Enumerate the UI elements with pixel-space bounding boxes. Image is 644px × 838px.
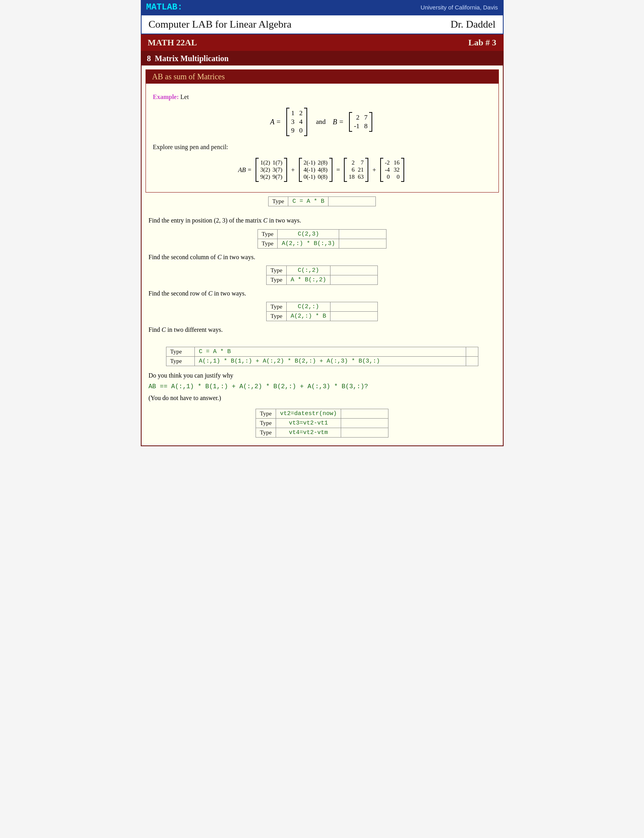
main-container: 8 Matrix Multiplication AB as sum of Mat… [141, 51, 504, 446]
final-table: Type vt2=datestr(now) Type vt3=vt2-vt1 T… [256, 409, 388, 438]
final-code-1: vt2=datestr(now) [276, 409, 341, 418]
entry-task-table-wrap: Type C(2,3) Type A(2,:) * B(:,3) [149, 229, 496, 249]
table-row: Type A(:,1) * B(1,:) + A(:,2) * B(2,:) +… [166, 357, 478, 366]
intro-text: Let [180, 94, 189, 100]
final-code-2: vt3=vt2-vt1 [276, 418, 341, 428]
table-row: Type C(2,:) [267, 302, 378, 311]
explore-text: Explore using pen and pencil: [153, 142, 491, 152]
header-white-bar: Computer LAB for Linear Algebra Dr. Dadd… [141, 15, 504, 34]
col-empty-2 [330, 275, 377, 284]
justify-section: Do you think you can justify why AB == A… [149, 370, 496, 403]
ab-formula: AB = 1(2)1(7) 3(2)3(7) 9(2)9(7) + [153, 158, 491, 182]
type-final-1: Type [256, 409, 276, 418]
type-row-2: Type [267, 311, 287, 321]
mat2: 2(-1)2(8) 4(-1)4(8) 0(-1)0(8) [299, 158, 332, 182]
below-table-content: Find the entry in position (2, 3) of the… [142, 210, 503, 445]
matrix-b-label: B = [333, 118, 344, 126]
type-entry-2: Type [258, 239, 278, 248]
lab-number: Lab # 3 [469, 37, 497, 48]
explore-label: Explore using pen and pencil: [153, 144, 228, 150]
equals1: = [336, 166, 340, 174]
inner-content-box: AB as sum of Matrices Example: Let A = 1… [146, 69, 499, 193]
matrix-b-cells: 27 -18 [353, 112, 368, 132]
course-code: MATH 22AL [148, 37, 197, 48]
row-code-2: A(2,:) * B [286, 311, 330, 321]
mat1: 1(2)1(7) 3(2)3(7) 9(2)9(7) [256, 158, 287, 182]
bracket-left-b [349, 112, 352, 132]
c-italic-2: C [217, 254, 222, 260]
c-equals-ab-section: Type C = A * B [142, 196, 503, 206]
table-row: Type C = A * B [268, 197, 376, 206]
type-col-2: Type [267, 275, 287, 284]
findc-code-1: C = A * B [195, 347, 466, 357]
bracket-right-b [369, 112, 372, 132]
table-row: Type A(2,:) * B(:,3) [258, 239, 386, 248]
section-number: 8 [147, 54, 151, 63]
plus1: + [291, 166, 295, 174]
entry-task-desc: Find the entry in position (2, 3) of the… [149, 215, 496, 226]
second-col-table-wrap: Type C(:,2) Type A * B(:,2) [149, 266, 496, 285]
find-c-table: Type C = A * B Type A(:,1) * B(1,:) + A(… [166, 347, 478, 366]
type-final-2: Type [256, 418, 276, 428]
content-area: Example: Let A = 12 34 90 and B = [146, 84, 498, 192]
type-label-1: Type [268, 197, 288, 206]
justify-line2: AB == A(:,1) * B(1,:) + A(:,2) * B(2,:) … [149, 381, 496, 392]
final-table-wrap: Type vt2=datestr(now) Type vt3=vt2-vt1 T… [149, 409, 496, 438]
matrix-a-cells: 12 34 90 [290, 108, 303, 136]
findc-empty-1 [466, 347, 478, 357]
col-code-2: A * B(:,2) [286, 275, 330, 284]
c-equals-ab-table: Type C = A * B [268, 196, 376, 206]
ab-label: AB = [238, 166, 252, 174]
final-code-3: vt4=vt2-vtm [276, 428, 341, 437]
c-italic-1: C [263, 217, 268, 224]
table-row: Type A(2,:) * B [267, 311, 378, 321]
c-italic-4: C [162, 326, 166, 333]
final-empty-3 [341, 428, 388, 437]
instructor-name: Dr. Daddel [450, 19, 495, 30]
justify-line1: Do you think you can justify why [149, 370, 496, 381]
row-empty-2 [330, 311, 377, 321]
bracket-left-a [286, 108, 289, 136]
bracket-right-a [304, 108, 307, 136]
app-title: MATLAB: [146, 2, 183, 12]
entry-empty-1 [339, 229, 386, 239]
university-name: University of California, Davis [421, 4, 498, 11]
col-code-1: C(:,2) [286, 266, 330, 275]
course-title: Computer LAB for Linear Algebra [149, 19, 291, 30]
find-c-table-wrap: Type C = A * B Type A(:,1) * B(1,:) + A(… [149, 347, 496, 366]
section-header: 8 Matrix Multiplication [142, 52, 503, 65]
type-findc-2: Type [166, 357, 195, 366]
mat4: -216 -432 00 [380, 158, 405, 182]
row-empty-1 [330, 302, 377, 311]
header-blue-bar: MATLAB: University of California, Davis [141, 0, 504, 15]
second-col-desc: Find the second column of C in two ways. [149, 252, 496, 262]
type-col-1: Type [267, 266, 287, 275]
course-lab-bar: MATH 22AL Lab # 3 [141, 34, 504, 51]
second-row-table-wrap: Type C(2,:) Type A(2,:) * B [149, 302, 496, 321]
subsection-title: AB as sum of Matrices [152, 72, 225, 81]
and-text: and [316, 118, 326, 126]
table-row: Type A * B(:,2) [267, 275, 378, 284]
mat3: 27 621 1863 [344, 158, 368, 182]
final-empty-1 [341, 409, 388, 418]
table-row: Type C(2,3) [258, 229, 386, 239]
findc-empty-2 [466, 357, 478, 366]
type-row-1: Type [267, 302, 287, 311]
table-row: Type vt3=vt2-vt1 [256, 418, 388, 428]
table-row: Type C(:,2) [267, 266, 378, 275]
type-findc-1: Type [166, 347, 195, 357]
c-italic-3: C [208, 290, 213, 297]
matrix-b: 27 -18 [349, 112, 372, 132]
table-row: Type C = A * B [166, 347, 478, 357]
matrix-a-label: A = [270, 118, 281, 126]
c-equals-ab-code: C = A * B [288, 197, 329, 206]
second-row-table: Type C(2,:) Type A(2,:) * B [266, 302, 378, 321]
entry-code-1: C(2,3) [278, 229, 339, 239]
empty-1 [329, 197, 376, 206]
justify-line3: (You do not have to answer.) [149, 393, 496, 403]
subsection-header: AB as sum of Matrices [146, 70, 498, 84]
table-row: Type vt2=datestr(now) [256, 409, 388, 418]
example-label: Example: [153, 94, 179, 100]
entry-empty-2 [339, 239, 386, 248]
final-empty-2 [341, 418, 388, 428]
